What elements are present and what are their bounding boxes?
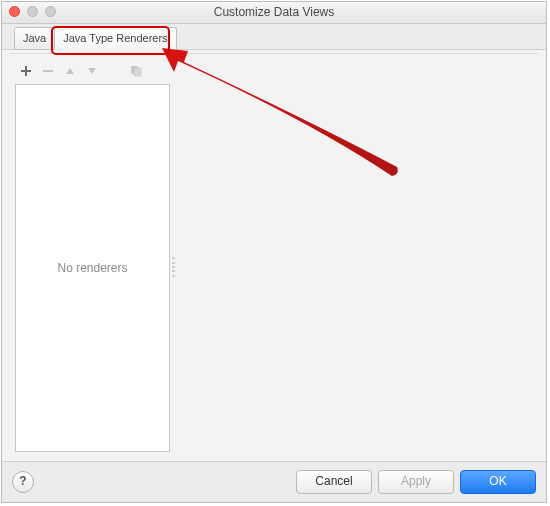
dialog-window: Customize Data Views Java Java Type Rend… bbox=[1, 1, 547, 503]
tab-bar: Java Java Type Renderers bbox=[2, 24, 546, 50]
list-toolbar bbox=[15, 60, 170, 84]
move-down-button bbox=[83, 62, 101, 80]
svg-rect-2 bbox=[134, 68, 141, 76]
help-icon: ? bbox=[19, 474, 26, 488]
remove-button bbox=[39, 62, 57, 80]
copy-button bbox=[127, 62, 145, 80]
button-label: Cancel bbox=[315, 474, 352, 488]
move-up-button bbox=[61, 62, 79, 80]
apply-button: Apply bbox=[378, 470, 454, 494]
dialog-buttons: ? Cancel Apply OK bbox=[2, 461, 546, 502]
zoom-icon bbox=[45, 6, 56, 17]
button-label: OK bbox=[489, 474, 506, 488]
button-label: Apply bbox=[401, 474, 431, 488]
content-area: No renderers bbox=[2, 49, 546, 462]
splitter-handle[interactable] bbox=[170, 256, 176, 278]
minimize-icon bbox=[27, 6, 38, 17]
window-controls bbox=[9, 6, 56, 17]
renderer-list[interactable]: No renderers bbox=[15, 84, 170, 452]
renderer-panel: No renderers bbox=[15, 60, 170, 452]
cancel-button[interactable]: Cancel bbox=[296, 470, 372, 494]
close-icon[interactable] bbox=[9, 6, 20, 17]
tab-java-type-renderers[interactable]: Java Type Renderers bbox=[54, 27, 176, 50]
list-placeholder: No renderers bbox=[57, 261, 127, 275]
tab-label: Java bbox=[23, 32, 46, 44]
titlebar: Customize Data Views bbox=[2, 2, 546, 24]
ok-button[interactable]: OK bbox=[460, 470, 536, 494]
tab-label: Java Type Renderers bbox=[63, 32, 167, 44]
window-title: Customize Data Views bbox=[214, 5, 335, 19]
tab-java[interactable]: Java bbox=[14, 27, 55, 50]
svg-rect-0 bbox=[43, 70, 53, 72]
add-button[interactable] bbox=[17, 62, 35, 80]
help-button[interactable]: ? bbox=[12, 471, 34, 493]
